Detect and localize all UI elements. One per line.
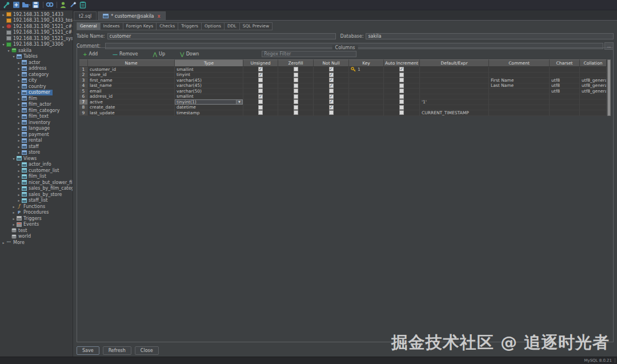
cell-unsigned[interactable] — [243, 110, 278, 116]
cell-type[interactable]: timestamp — [175, 110, 243, 116]
zerofill-unchecked-checkbox[interactable] — [294, 105, 298, 110]
sidebar-item-procedures[interactable]: ▸PProcedures — [0, 210, 73, 216]
sidebar-item-192-168-31-190-1433-test[interactable]: 192.168.31.190_1433_test — [0, 18, 73, 24]
auto-increment-checked-checkbox[interactable]: ✓ — [399, 67, 404, 71]
cell-charset[interactable] — [550, 94, 580, 100]
query-icon[interactable] — [69, 1, 77, 9]
chevron-collapsed-icon[interactable]: ▸ — [1, 13, 6, 17]
column-header-name[interactable]: Name — [88, 59, 175, 67]
not-null-checked-checkbox[interactable]: ✓ — [329, 99, 334, 104]
chevron-collapsed-icon[interactable]: ▸ — [1, 25, 6, 29]
regex-filter-input[interactable] — [262, 51, 356, 57]
cell-not-null[interactable]: ✓ — [314, 78, 349, 83]
editor-tab-t2-sql[interactable]: t2.sql — [74, 11, 97, 20]
cell-zerofill[interactable] — [278, 94, 314, 100]
chevron-expanded-icon[interactable]: ▾ — [6, 49, 11, 53]
zerofill-unchecked-checkbox[interactable] — [294, 89, 298, 93]
sidebar-item-192-168-31-190-3306[interactable]: ▾192.168.31.190_3306 — [0, 42, 73, 48]
cell-unsigned[interactable]: ✓ — [243, 73, 278, 78]
chevron-collapsed-icon[interactable]: ▸ — [17, 61, 21, 65]
sidebar-item-category[interactable]: ▸category — [0, 71, 73, 78]
cell-key[interactable] — [349, 94, 384, 100]
cell-type[interactable]: smallint — [175, 94, 243, 100]
sidebar-item-192-168-31-190-1521-sys[interactable]: 192.168.31.190_1521_sys — [0, 35, 73, 42]
sidebar-item-events[interactable]: ▸Events — [0, 222, 73, 228]
sidebar-item-functions[interactable]: ▸ƒFunctions — [0, 203, 73, 210]
cell-zerofill[interactable] — [278, 78, 314, 83]
chevron-expanded-icon[interactable]: ▾ — [11, 54, 16, 58]
chevron-collapsed-icon[interactable]: ▸ — [17, 78, 21, 82]
cell-comment[interactable] — [489, 94, 550, 100]
type-editor[interactable]: tinyint(1)▼ — [175, 99, 243, 105]
sidebar-item-film-category[interactable]: ▸film_category — [0, 107, 73, 114]
scrollbar-thumb[interactable] — [607, 59, 611, 116]
find-icon[interactable] — [45, 1, 54, 9]
auto-increment-unchecked-checkbox[interactable] — [399, 83, 404, 88]
chevron-collapsed-icon[interactable]: ▸ — [17, 73, 21, 77]
cell-not-null[interactable]: ✓ — [314, 94, 349, 100]
cell-type[interactable]: varchar(50) — [175, 89, 243, 94]
move-down-button[interactable]: ⋁ Down — [180, 51, 199, 57]
column-header-zerofill[interactable]: Zerofill — [278, 59, 314, 67]
tab-sql-preview[interactable]: SQL Preview — [240, 22, 273, 30]
not-null-checked-checkbox[interactable]: ✓ — [329, 105, 334, 110]
chevron-collapsed-icon[interactable]: ▸ — [17, 97, 21, 101]
tab-triggers[interactable]: Triggers — [178, 22, 202, 30]
chevron-collapsed-icon[interactable]: ▸ — [17, 186, 21, 190]
cell-default-expr[interactable] — [420, 67, 489, 73]
refresh-button[interactable]: Refresh — [103, 346, 131, 355]
column-header-gutter[interactable] — [79, 59, 88, 67]
cell-default-expr[interactable] — [420, 105, 489, 111]
zerofill-unchecked-checkbox[interactable] — [294, 110, 298, 115]
auto-increment-unchecked-checkbox[interactable] — [399, 94, 404, 99]
row-number[interactable]: 3 — [79, 78, 88, 83]
cell-collation[interactable] — [580, 105, 607, 111]
zerofill-unchecked-checkbox[interactable] — [294, 83, 298, 88]
sidebar-item-test[interactable]: test — [0, 227, 73, 234]
cell-name[interactable]: active — [88, 99, 175, 105]
cell-collation[interactable] — [580, 99, 607, 105]
table-name-input[interactable] — [107, 33, 336, 39]
chevron-collapsed-icon[interactable]: ▸ — [1, 241, 6, 245]
cell-key[interactable] — [349, 73, 384, 78]
auto-increment-unchecked-checkbox[interactable] — [399, 99, 404, 104]
cell-default-expr[interactable] — [420, 78, 489, 83]
sidebar-item-192-168-31-190-1521-c-test2[interactable]: 192.168.31.190_1521_c##test2 — [0, 30, 73, 36]
cell-zerofill[interactable] — [278, 67, 314, 73]
chevron-collapsed-icon[interactable]: ▸ — [17, 193, 21, 197]
sidebar-item-inventory[interactable]: ▸inventory — [0, 119, 73, 126]
cell-comment[interactable] — [489, 67, 550, 73]
sidebar-item-192-168-31-190-1521-c-test1[interactable]: ▸192.168.31.190_1521_c##test1 — [0, 23, 73, 30]
sidebar-item-more[interactable]: ▸⋯More — [0, 239, 73, 246]
sidebar-item-sakila[interactable]: ▾sakila — [0, 47, 73, 54]
sidebar-item-world[interactable]: world — [0, 234, 73, 240]
chevron-collapsed-icon[interactable]: ▸ — [17, 138, 21, 142]
cell-charset[interactable] — [550, 67, 580, 73]
row-number[interactable]: 1 — [79, 67, 88, 73]
save-icon[interactable] — [31, 1, 40, 9]
column-header-charset[interactable]: Charset — [550, 59, 580, 67]
column-header-not-null[interactable]: Not Null — [314, 59, 349, 67]
unsigned-checked-checkbox[interactable]: ✓ — [258, 94, 263, 99]
remove-column-button[interactable]: — Remove — [113, 51, 138, 57]
unsigned-unchecked-checkbox[interactable] — [258, 78, 263, 82]
cell-unsigned[interactable] — [243, 105, 278, 111]
cell-charset[interactable] — [550, 99, 580, 105]
cell-default-expr[interactable]: CURRENT_TIMESTAMP — [420, 110, 489, 116]
unsigned-unchecked-checkbox[interactable] — [258, 83, 263, 88]
cell-not-null[interactable]: ✓ — [314, 99, 349, 105]
cell-auto-increment[interactable] — [384, 89, 420, 94]
cell-unsigned[interactable]: ✓ — [243, 94, 278, 100]
auto-increment-unchecked-checkbox[interactable] — [399, 105, 404, 110]
not-null-checked-checkbox[interactable]: ✓ — [329, 78, 334, 82]
sidebar-item-views[interactable]: ▾Views — [0, 155, 73, 162]
cell-comment[interactable] — [489, 99, 550, 105]
cell-name[interactable]: first_name — [88, 78, 175, 83]
chevron-collapsed-icon[interactable]: ▸ — [17, 169, 21, 173]
chevron-collapsed-icon[interactable]: ▸ — [17, 145, 21, 149]
cell-unsigned[interactable]: ✓ — [243, 67, 278, 73]
cell-zerofill[interactable] — [278, 105, 314, 111]
chevron-collapsed-icon[interactable]: ▸ — [17, 174, 21, 178]
cell-key[interactable]: 1 — [349, 67, 384, 73]
cell-comment[interactable] — [489, 110, 550, 116]
